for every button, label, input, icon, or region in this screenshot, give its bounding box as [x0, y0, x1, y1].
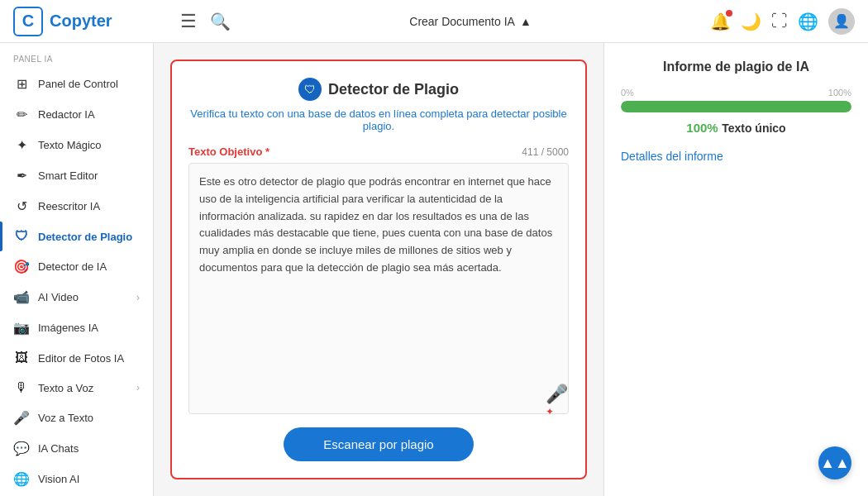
sidebar-label-reescritor-ia: Reescritor IA [38, 200, 100, 212]
sidebar-label-texto-a-voz: Texto a Voz [38, 382, 93, 394]
layout: PANEL IA ⊞ Panel de Control ✏ Redactor I… [0, 43, 868, 496]
detalles-link[interactable]: Detalles del informe [621, 150, 723, 163]
sidebar-item-texto-magico[interactable]: ✦ Texto Mágico [0, 130, 153, 160]
sidebar-label-texto-magico: Texto Mágico [38, 139, 102, 151]
create-document-label: Crear Documento IA [409, 15, 515, 28]
center-panel: 🛡 Detector de Plagio Verifica tu texto c… [154, 43, 603, 496]
detector-plagio-icon: 🛡 [13, 229, 30, 244]
result-label-text: Texto único [722, 122, 786, 135]
sidebar-item-reescritor-ia[interactable]: ↺ Reescritor IA [0, 191, 153, 222]
sidebar-label-imagenes-ia: Imágenes IA [38, 322, 98, 334]
panel-control-icon: ⊞ [13, 76, 30, 92]
avatar[interactable]: 👤 [828, 8, 855, 35]
voz-a-texto-icon: 🎤 [13, 410, 30, 426]
sidebar-item-voz-a-texto[interactable]: 🎤 Voz a Texto [0, 403, 153, 433]
sidebar-label-vision-ai: Vision AI [38, 473, 79, 485]
sidebar-item-smart-editor[interactable]: ✒ Smart Editor [0, 160, 153, 191]
shield-icon: 🛡 [298, 78, 322, 101]
informe-title: Informe de plagio de IA [621, 60, 851, 74]
text-area-box[interactable]: Este es otro detector de plagio que podr… [188, 163, 569, 414]
logo-text: Copyter [50, 12, 112, 31]
imagenes-ia-icon: 📷 [13, 320, 30, 336]
logo-icon: C [13, 7, 43, 36]
sidebar-item-panel-control[interactable]: ⊞ Panel de Control [0, 69, 153, 99]
main-content: 🛡 Detector de Plagio Verifica tu texto c… [154, 43, 868, 496]
sidebar-label-editor-fotos-ia: Editor de Fotos IA [38, 352, 124, 365]
result-pct: 100% [686, 121, 718, 135]
sidebar-item-texto-a-voz[interactable]: 🎙 Texto a Voz › [0, 373, 153, 403]
moon-icon[interactable]: 🌙 [741, 12, 761, 31]
sidebar-item-ai-video[interactable]: 📹 AI Video › [0, 282, 153, 312]
logo-box: C Copyter [13, 7, 167, 36]
progress-bar-fill [621, 101, 851, 112]
expand-icon[interactable]: ⛶ [771, 12, 788, 31]
detector-header: 🛡 Detector de Plagio [188, 78, 569, 101]
sidebar-item-editor-fotos-ia[interactable]: 🖼 Editor de Fotos IA [0, 343, 153, 373]
header: C Copyter ☰ 🔍 Crear Documento IA ▲ 🔔 🌙 ⛶… [0, 0, 868, 43]
sidebar-item-detector-plagio[interactable]: 🛡 Detector de Plagio [0, 222, 153, 251]
progress-bar-bg [621, 101, 851, 112]
sidebar-label-detector-ia: Detector de IA [38, 260, 107, 273]
detector-ia-icon: 🎯 [13, 259, 30, 274]
sidebar: PANEL IA ⊞ Panel de Control ✏ Redactor I… [0, 43, 154, 496]
chevron-right-icon-voz: › [136, 382, 140, 393]
progress-label-0: 0% [621, 88, 634, 98]
globe-icon[interactable]: 🌐 [798, 12, 818, 31]
sidebar-item-vision-ai[interactable]: 🌐 Vision AI [0, 464, 153, 494]
sidebar-item-detector-ia[interactable]: 🎯 Detector de IA [0, 251, 153, 282]
ia-chats-icon: 💬 [13, 441, 30, 456]
progress-label-100: 100% [828, 88, 851, 98]
detector-card: 🛡 Detector de Plagio Verifica tu texto c… [170, 60, 587, 479]
sidebar-section-label: PANEL IA [0, 43, 153, 69]
progress-bar-container: 0% 100% [621, 88, 851, 112]
scan-button[interactable]: Escanear por plagio [284, 427, 473, 461]
scroll-up-icon: ▲▲ [820, 455, 850, 472]
sidebar-item-ia-chats[interactable]: 💬 IA Chats [0, 433, 153, 464]
ai-video-icon: 📹 [13, 289, 30, 305]
sidebar-item-redactor-ia[interactable]: ✏ Redactor IA [0, 99, 153, 130]
progress-result: 100% Texto único [621, 121, 851, 136]
menu-icon[interactable]: ☰ [180, 11, 197, 32]
mic-fab-icon[interactable]: 🎤✦ [546, 384, 575, 427]
progress-labels: 0% 100% [621, 88, 851, 98]
scroll-up-fab[interactable]: ▲▲ [818, 446, 851, 479]
texto-magico-icon: ✦ [13, 137, 30, 153]
notification-bell[interactable]: 🔔 [710, 12, 731, 31]
header-center: ☰ 🔍 [180, 11, 231, 32]
texto-objetivo-row: Texto Objetivo * 411 / 5000 [188, 145, 569, 158]
editor-fotos-ia-icon: 🖼 [13, 351, 30, 365]
notification-dot [726, 10, 732, 17]
body-text: Este es otro detector de plagio que podr… [199, 175, 552, 274]
right-panel: Informe de plagio de IA 0% 100% 100% Tex… [603, 43, 868, 496]
header-icons: 🔔 🌙 ⛶ 🌐 👤 [710, 8, 855, 35]
sidebar-label-detector-plagio: Detector de Plagio [38, 231, 132, 243]
fab-corner: 🎤✦ [546, 390, 575, 420]
sidebar-label-voz-a-texto: Voz a Texto [38, 412, 93, 424]
search-icon[interactable]: 🔍 [210, 12, 231, 31]
sidebar-label-panel-control: Panel de Control [38, 78, 118, 90]
redactor-ia-icon: ✏ [13, 107, 30, 122]
sidebar-item-imagenes-ia[interactable]: 📷 Imágenes IA [0, 312, 153, 343]
sidebar-label-ia-chats: IA Chats [38, 442, 79, 455]
required-marker: * [262, 145, 269, 158]
chevron-up-icon: ▲ [520, 15, 532, 28]
reescritor-ia-icon: ↺ [13, 198, 30, 214]
sidebar-label-redactor-ia: Redactor IA [38, 108, 95, 121]
detector-subtitle: Verifica tu texto con una base de datos … [188, 107, 569, 132]
sidebar-label-smart-editor: Smart Editor [38, 169, 98, 182]
texto-objetivo-label: Texto Objetivo * [188, 145, 269, 158]
create-document-button[interactable]: Crear Documento IA ▲ [409, 15, 531, 28]
sidebar-label-ai-video: AI Video [38, 291, 79, 303]
chevron-right-icon: › [136, 292, 140, 303]
texto-a-voz-icon: 🎙 [13, 380, 30, 395]
char-count: 411 / 5000 [522, 146, 569, 158]
vision-ai-icon: 🌐 [13, 471, 30, 487]
scan-btn-row: Escanear por plagio [188, 427, 569, 461]
smart-editor-icon: ✒ [13, 168, 30, 184]
detector-title: Detector de Plagio [328, 81, 459, 98]
